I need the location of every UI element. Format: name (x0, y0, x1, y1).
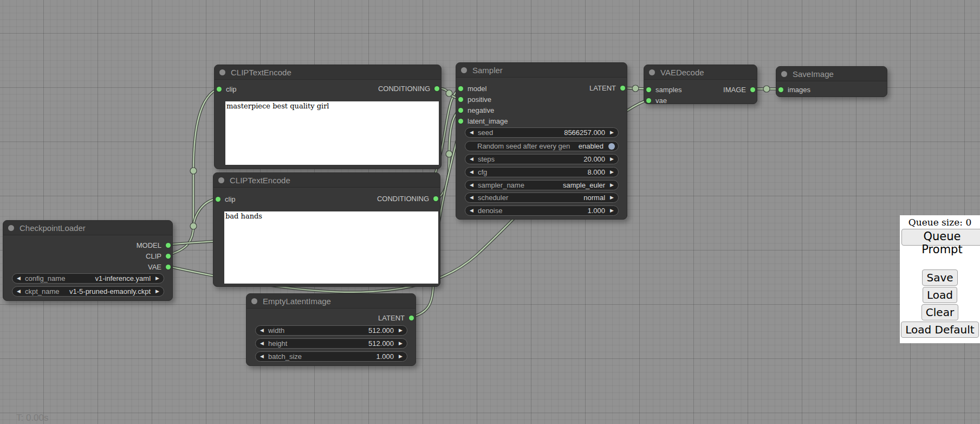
widget-seed[interactable]: ◀ seed 8566257.000 ▶ (465, 127, 619, 138)
node-header: EmptyLatentImage (246, 294, 416, 309)
reroute-dot[interactable] (632, 85, 639, 92)
node-title: EmptyLatentImage (263, 297, 331, 306)
output-port-latent[interactable]: LATENT (589, 83, 625, 93)
output-port-conditioning[interactable]: CONDITIONING (377, 194, 438, 203)
port-dot-icon (646, 87, 651, 92)
output-port-latent[interactable]: LATENT (378, 313, 414, 323)
input-port-clip[interactable]: clip (216, 194, 236, 204)
reroute-dot[interactable] (763, 86, 770, 92)
toggle-dot-icon[interactable] (608, 143, 615, 150)
load-default-button[interactable]: Load Default (901, 322, 978, 338)
node-title: Sampler (472, 66, 503, 75)
port-dot-icon (458, 86, 463, 91)
input-port-latent-image[interactable]: latent_image (458, 116, 508, 126)
increment-arrow-icon[interactable]: ▶ (610, 157, 614, 162)
widget-sampler-name[interactable]: ◀ sampler_name sample_euler ▶ (465, 180, 619, 190)
output-port-conditioning[interactable]: CONDITIONING (378, 83, 439, 93)
decrement-arrow-icon[interactable]: ◀ (260, 354, 264, 359)
decrement-arrow-icon[interactable]: ◀ (17, 289, 21, 294)
collapse-dot-icon[interactable] (461, 67, 467, 73)
collapse-dot-icon[interactable] (219, 69, 225, 75)
positive-prompt-textarea[interactable]: masterpiece best quality girl (225, 101, 439, 165)
save-button[interactable]: Save (922, 269, 957, 286)
collapse-dot-icon[interactable] (251, 298, 257, 304)
input-port-vae[interactable]: vae (646, 95, 667, 105)
increment-arrow-icon[interactable]: ▶ (610, 183, 614, 188)
input-port-model[interactable]: model (458, 83, 486, 93)
widget-width[interactable]: ◀ width 512.000 ▶ (255, 325, 407, 336)
node-vae-decode[interactable]: VAEDecode samples vae IMAGE (644, 65, 757, 104)
output-port-vae[interactable]: VAE (148, 262, 171, 272)
input-port-samples[interactable]: samples (646, 85, 682, 94)
increment-arrow-icon[interactable]: ▶ (610, 130, 614, 135)
input-port-positive[interactable]: positive (458, 94, 491, 104)
node-sampler[interactable]: Sampler model positive negative latent_i… (456, 62, 627, 220)
output-port-image[interactable]: IMAGE (723, 85, 755, 94)
increment-arrow-icon[interactable]: ▶ (155, 276, 159, 281)
widget-height[interactable]: ◀ height 512.000 ▶ (255, 338, 407, 349)
input-port-images[interactable]: images (778, 85, 810, 94)
output-port-model[interactable]: MODEL (137, 240, 171, 250)
widget-denoise[interactable]: ◀ denoise 1.000 ▶ (465, 205, 619, 216)
collapse-dot-icon[interactable] (781, 71, 787, 77)
widget-scheduler[interactable]: ◀ scheduler normal ▶ (465, 192, 619, 203)
decrement-arrow-icon[interactable]: ◀ (260, 341, 264, 346)
widget-steps[interactable]: ◀ steps 20.000 ▶ (465, 154, 619, 164)
increment-arrow-icon[interactable]: ▶ (399, 354, 403, 359)
negative-prompt-textarea[interactable]: bad hands (224, 211, 438, 284)
node-checkpoint-loader[interactable]: CheckpointLoader MODEL CLIP VAE ◀ config… (3, 220, 173, 301)
collapse-dot-icon[interactable] (649, 69, 655, 75)
output-port-clip[interactable]: CLIP (146, 251, 171, 261)
increment-arrow-icon[interactable]: ▶ (399, 341, 403, 346)
increment-arrow-icon[interactable]: ▶ (399, 328, 403, 333)
node-clip-text-encode-negative[interactable]: CLIPTextEncode clip CONDITIONING bad han… (213, 172, 440, 287)
port-dot-icon (458, 108, 463, 113)
reroute-dot[interactable] (446, 90, 452, 97)
node-save-image[interactable]: SaveImage images (776, 66, 887, 97)
reroute-dot[interactable] (446, 151, 452, 157)
reroute-dot[interactable] (190, 168, 197, 174)
clear-button[interactable]: Clear (921, 304, 958, 320)
port-dot-icon (646, 98, 651, 103)
queue-prompt-button[interactable]: Queue Prompt (901, 229, 980, 246)
node-header: CLIPTextEncode (215, 65, 441, 80)
decrement-arrow-icon[interactable]: ◀ (470, 170, 473, 175)
execution-timer: T: 0.00s (16, 413, 49, 423)
port-dot-icon (409, 316, 414, 320)
input-port-clip[interactable]: clip (217, 84, 237, 94)
decrement-arrow-icon[interactable]: ◀ (470, 157, 473, 162)
increment-arrow-icon[interactable]: ▶ (610, 170, 614, 175)
widget-batch-size[interactable]: ◀ batch_size 1.000 ▶ (255, 351, 407, 362)
decrement-arrow-icon[interactable]: ◀ (470, 208, 473, 213)
widget-ckpt-name[interactable]: ◀ ckpt_name v1-5-pruned-emaonly.ckpt ▶ (12, 286, 164, 297)
node-clip-text-encode-positive[interactable]: CLIPTextEncode clip CONDITIONING masterp… (214, 65, 442, 169)
decrement-arrow-icon[interactable]: ◀ (470, 195, 473, 200)
port-dot-icon (434, 86, 439, 91)
load-button[interactable]: Load (923, 287, 957, 303)
widget-config-name[interactable]: ◀ config_name v1-inference.yaml ▶ (12, 273, 164, 284)
port-dot-icon (216, 197, 220, 202)
increment-arrow-icon[interactable]: ▶ (610, 208, 614, 213)
node-title: CLIPTextEncode (230, 176, 290, 185)
node-header: SaveImage (776, 67, 887, 81)
decrement-arrow-icon[interactable]: ◀ (470, 183, 473, 188)
reroute-dot[interactable] (190, 223, 197, 229)
collapse-dot-icon[interactable] (8, 225, 14, 231)
node-empty-latent-image[interactable]: EmptyLatentImage LATENT ◀ width 512.000 … (246, 293, 416, 366)
decrement-arrow-icon[interactable]: ◀ (470, 130, 473, 135)
increment-arrow-icon[interactable]: ▶ (610, 195, 614, 200)
increment-arrow-icon[interactable]: ▶ (155, 289, 159, 294)
decrement-arrow-icon[interactable]: ◀ (260, 328, 264, 333)
decrement-arrow-icon[interactable]: ◀ (17, 276, 21, 281)
port-dot-icon (433, 196, 438, 201)
node-header: VAEDecode (644, 65, 757, 80)
port-dot-icon (217, 87, 222, 92)
widget-random-seed-toggle[interactable]: Random seed after every gen enabled (465, 141, 619, 151)
widget-cfg[interactable]: ◀ cfg 8.000 ▶ (465, 167, 619, 177)
collapse-dot-icon[interactable] (218, 177, 224, 183)
port-dot-icon (778, 87, 783, 92)
input-port-negative[interactable]: negative (458, 105, 494, 115)
node-header: CLIPTextEncode (213, 173, 440, 188)
node-title: VAEDecode (660, 68, 704, 77)
port-dot-icon (458, 97, 463, 102)
